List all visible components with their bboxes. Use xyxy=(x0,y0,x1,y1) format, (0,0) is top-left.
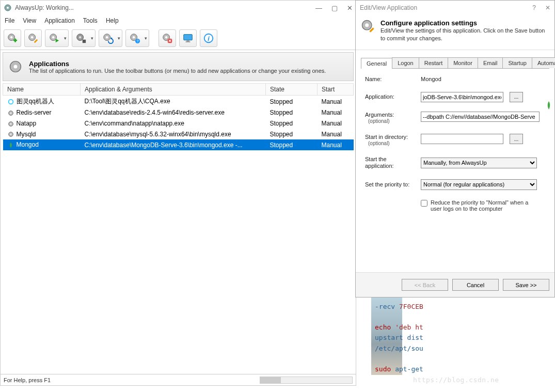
minimize-button[interactable]: — xyxy=(315,4,322,12)
gear-icon xyxy=(8,59,23,74)
applications-table: Name Application & Arguments State Start… xyxy=(3,83,354,150)
tab-email[interactable]: Email xyxy=(478,57,503,68)
close-button[interactable]: ✕ xyxy=(347,4,353,12)
table-row[interactable]: Redis-serverC:\env\database\redis-2.4.5-… xyxy=(3,107,354,118)
tab-automate[interactable]: Automate xyxy=(532,57,555,68)
dialog-tabs: General Logon Restart Monitor Email Star… xyxy=(361,57,549,69)
monitor-icon xyxy=(182,33,194,44)
svg-point-31 xyxy=(10,113,11,114)
dialog-title: Edit/View Application xyxy=(360,4,417,11)
horizontal-scrollbar[interactable] xyxy=(260,377,353,384)
gear-stop-icon xyxy=(75,33,87,44)
table-row[interactable]: 图灵qq机器人D:\Tool\图灵qq机器人\CQA.exeStoppedMan… xyxy=(3,96,354,108)
startin-browse-button[interactable]: ... xyxy=(510,134,523,144)
toolbar-info-button[interactable]: i xyxy=(200,29,217,47)
status-text: For Help, press F1 xyxy=(4,377,51,383)
table-row[interactable]: NatappC:\env\command\natapp\natapp.exeSt… xyxy=(3,118,354,129)
svg-text:i: i xyxy=(208,34,210,42)
svg-point-28 xyxy=(14,65,18,69)
svg-point-20 xyxy=(165,36,168,38)
menu-help[interactable]: Help xyxy=(106,17,119,24)
startin-input[interactable] xyxy=(421,134,503,144)
menu-view[interactable]: View xyxy=(23,17,36,24)
svg-point-35 xyxy=(10,134,11,135)
applications-title: Applications xyxy=(29,60,326,68)
svg-point-33 xyxy=(10,123,11,124)
menu-tools[interactable]: Tools xyxy=(83,17,98,24)
starttype-label: Start the application: xyxy=(365,156,417,169)
svg-point-11 xyxy=(79,36,82,38)
svg-point-9 xyxy=(52,36,55,38)
row-icon xyxy=(7,98,14,105)
tab-restart[interactable]: Restart xyxy=(419,57,448,68)
applications-header: Applications The list of applications to… xyxy=(3,52,354,81)
save-button[interactable]: Save >> xyxy=(503,279,549,291)
toolbar-stop-button[interactable] xyxy=(72,29,96,47)
dialog-close-button[interactable]: ✕ xyxy=(545,4,550,11)
toolbar-add-button[interactable] xyxy=(4,29,21,47)
toolbar-delete-button[interactable] xyxy=(158,29,176,47)
toolbar-edit-button[interactable] xyxy=(24,29,42,47)
window-title: AlwaysUp: Working... xyxy=(15,4,74,11)
toolbar-start-button[interactable] xyxy=(45,29,69,47)
tab-startup[interactable]: Startup xyxy=(502,57,532,68)
col-app[interactable]: Application & Arguments xyxy=(81,84,266,96)
toolbar: ? i xyxy=(1,26,356,50)
alwaysup-main-window: AlwaysUp: Working... — ▢ ✕ File View App… xyxy=(0,0,356,386)
maximize-button[interactable]: ▢ xyxy=(331,4,338,12)
arguments-label: Arguments: xyxy=(365,112,417,118)
back-button[interactable]: << Back xyxy=(402,279,448,291)
general-form: Name: Mongod Application: ... Arguments:… xyxy=(356,69,554,219)
applications-desc: The list of applications to run. Use the… xyxy=(29,68,326,74)
toolbar-restart-button[interactable] xyxy=(99,29,122,47)
gear-question-icon: ? xyxy=(129,33,140,44)
dialog-head-title: Configure application settings xyxy=(380,19,549,27)
table-row[interactable]: MongodC:\env\database\MongoDB-Serve-3.6\… xyxy=(3,139,354,150)
dialog-footer: << Back Cancel Save >> xyxy=(356,272,554,297)
startin-label: Start in directory: xyxy=(365,134,417,140)
tab-logon[interactable]: Logon xyxy=(392,57,419,68)
dialog-help-button[interactable]: ? xyxy=(532,4,536,11)
applications-table-wrap: Name Application & Arguments State Start… xyxy=(1,83,356,374)
svg-point-37 xyxy=(365,23,369,27)
menu-application[interactable]: Application xyxy=(44,17,75,24)
statusbar: For Help, press F1 xyxy=(1,374,356,385)
window-controls: — ▢ ✕ xyxy=(315,4,353,12)
tab-general[interactable]: General xyxy=(361,58,392,69)
toolbar-report-button[interactable]: ? xyxy=(125,29,149,47)
tab-monitor[interactable]: Monitor xyxy=(448,57,478,68)
name-label: Name: xyxy=(365,76,417,83)
cancel-button[interactable]: Cancel xyxy=(452,279,499,291)
svg-point-16 xyxy=(133,36,135,38)
priority-select[interactable]: Normal (for regular applications) xyxy=(421,179,537,190)
col-state[interactable]: State xyxy=(266,84,318,96)
table-row[interactable]: MysqldC:\env\database\mysql-5.6.32-winx6… xyxy=(3,129,354,140)
gear-edit-icon xyxy=(27,33,39,44)
svg-rect-23 xyxy=(186,40,189,41)
gear-edit-icon xyxy=(361,19,375,34)
svg-rect-22 xyxy=(184,34,193,40)
svg-point-7 xyxy=(31,36,34,38)
gear-add-icon xyxy=(7,33,18,44)
menu-file[interactable]: File xyxy=(5,17,14,24)
col-start[interactable]: Start xyxy=(318,84,354,96)
name-value: Mongod xyxy=(421,76,545,82)
arguments-sub: (optional) xyxy=(365,118,417,124)
starttype-select[interactable]: Manually, from AlwaysUp xyxy=(421,158,537,168)
titlebar: AlwaysUp: Working... — ▢ ✕ xyxy=(1,1,356,15)
svg-rect-12 xyxy=(83,39,86,42)
application-input[interactable] xyxy=(421,92,503,102)
application-browse-button[interactable]: ... xyxy=(510,92,523,102)
toolbar-session-button[interactable] xyxy=(179,29,197,47)
svg-point-1 xyxy=(7,7,9,9)
col-name[interactable]: Name xyxy=(3,84,81,96)
edit-application-dialog: Edit/View Application ? ✕ Configure appl… xyxy=(355,0,555,297)
row-icon xyxy=(7,120,14,128)
application-label: Application: xyxy=(365,93,417,100)
dialog-head-desc: Edit/View the settings of this applicati… xyxy=(380,27,549,42)
gear-play-icon xyxy=(49,33,60,44)
arguments-input[interactable] xyxy=(421,112,540,122)
svg-point-3 xyxy=(10,36,13,38)
svg-text:?: ? xyxy=(136,39,138,43)
reduce-priority-checkbox[interactable] xyxy=(421,200,427,207)
